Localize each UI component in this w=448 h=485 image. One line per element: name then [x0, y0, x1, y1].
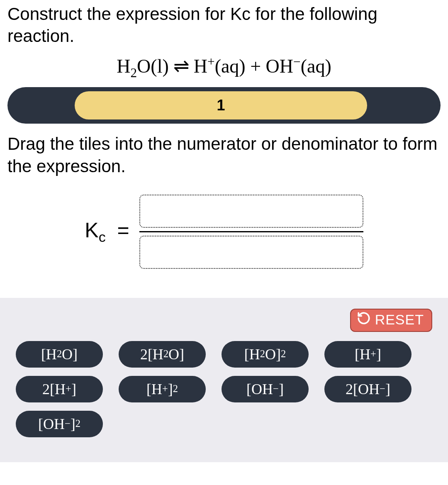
numerator-dropzone[interactable] [139, 195, 363, 228]
tile-2ohminus[interactable]: 2[OH−] [324, 376, 411, 402]
reset-button[interactable]: RESET [350, 309, 432, 332]
reaction-equation: H2O(l) ⇌ H+(aq) + OH−(aq) [7, 54, 441, 80]
tile-2hplus[interactable]: 2[H+] [16, 376, 103, 402]
tile-bank: RESET [H2O] 2[H2O] [H2O]2 [H+] 2[H+] [H+… [0, 298, 448, 462]
fraction-container [139, 195, 363, 269]
undo-icon [357, 311, 371, 329]
tile-h2o[interactable]: [H2O] [16, 341, 103, 368]
question-prompt: Construct the expression for Kc for the … [7, 3, 441, 47]
progress-step[interactable]: 1 [75, 91, 367, 119]
tile-hplus-sq[interactable]: [H+]2 [119, 376, 206, 402]
tiles-grid: [H2O] 2[H2O] [H2O]2 [H+] 2[H+] [H+]2 [OH… [16, 341, 432, 437]
tile-h2o-sq[interactable]: [H2O]2 [222, 341, 309, 368]
tile-2h2o[interactable]: 2[H2O] [119, 341, 206, 368]
tile-oh-sq[interactable]: [OH−]2 [16, 411, 103, 437]
drag-instruction: Drag the tiles into the numerator or den… [7, 133, 441, 178]
tile-hplus[interactable]: [H+] [324, 341, 411, 368]
reset-label: RESET [375, 312, 424, 328]
kc-label: Kc = [85, 218, 129, 245]
fraction-line [139, 231, 363, 232]
tile-ohminus[interactable]: [OH−] [222, 376, 309, 402]
kc-expression: Kc = [7, 195, 441, 269]
denominator-dropzone[interactable] [139, 236, 363, 269]
progress-bar: 1 [7, 87, 441, 124]
